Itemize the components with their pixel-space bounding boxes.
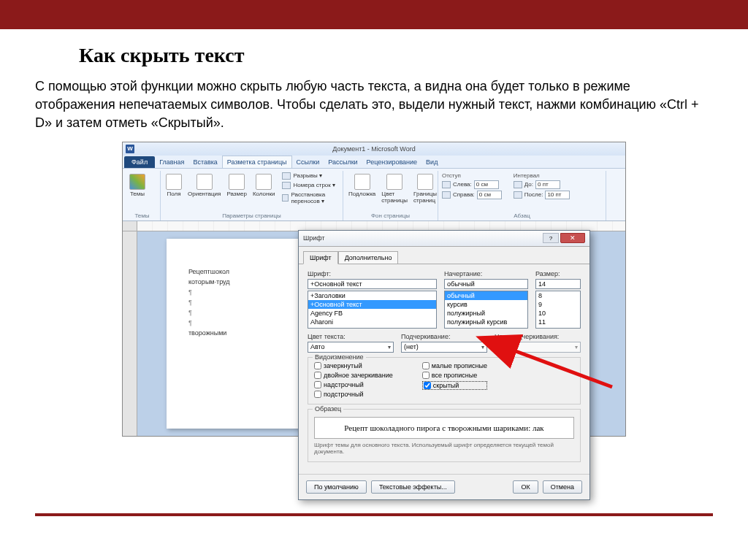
font-listbox[interactable]: +Заголовки +Основной текст Agency FB Aha…: [308, 291, 437, 329]
spacing-label: Интервал: [514, 172, 570, 179]
margins-button[interactable]: Поля: [164, 172, 183, 199]
slide-bottom-bar: [35, 513, 713, 516]
dialog-title-text: Шрифт: [303, 234, 325, 242]
underline-color-dropdown[interactable]: Авто: [495, 342, 581, 353]
style-input[interactable]: обычный: [444, 279, 528, 289]
preview-note: Шрифт темы для основного текста. Использ…: [314, 442, 574, 456]
page-bg-group-label: Фон страницы: [347, 211, 434, 219]
tab-page-layout[interactable]: Разметка страницы: [222, 156, 292, 168]
hyphenation-button[interactable]: Расстановка переносов ▾: [282, 191, 339, 204]
columns-icon: [256, 174, 272, 190]
underline-dropdown[interactable]: (нет): [401, 342, 487, 353]
size-input[interactable]: 14: [535, 279, 581, 289]
font-label: Шрифт:: [308, 270, 437, 277]
set-default-button[interactable]: По умолчанию: [306, 480, 367, 494]
small-caps-checkbox[interactable]: малые прописные: [422, 362, 487, 369]
watermark-icon: [354, 174, 370, 190]
tab-mailings[interactable]: Рассылки: [324, 156, 362, 168]
slide-title: Как скрыть текст: [35, 44, 713, 67]
font-color-dropdown[interactable]: Авто: [308, 342, 394, 353]
spacing-before-icon: [514, 181, 522, 188]
tab-home[interactable]: Главная: [155, 156, 188, 168]
word-window-title: Документ1 - Microsoft Word: [332, 145, 415, 153]
underline-label: Подчеркивание:: [401, 333, 487, 340]
size-listbox[interactable]: 8 9 10 11 12 14: [535, 291, 581, 329]
subscript-checkbox[interactable]: подстрочный: [314, 391, 393, 398]
ruler-vertical: [123, 231, 137, 436]
columns-button[interactable]: Колонки: [251, 172, 277, 199]
style-label: Начертание:: [444, 270, 528, 277]
underline-color-label: Цвет подчеркивания:: [495, 333, 581, 340]
spacing-before-input[interactable]: 0 пт: [535, 180, 560, 189]
spacing-after-input[interactable]: 10 пт: [545, 191, 570, 199]
dialog-tab-advanced[interactable]: Дополнительно: [338, 251, 399, 264]
page-borders-icon: [417, 174, 433, 190]
line-numbers-button[interactable]: Номера строк ▾: [282, 182, 339, 189]
themes-button[interactable]: Темы: [128, 172, 147, 199]
all-caps-checkbox[interactable]: все прописные: [422, 372, 487, 379]
breaks-icon: [282, 172, 291, 180]
page-color-icon: [386, 174, 402, 190]
spacing-after-icon: [514, 191, 522, 199]
indent-right-icon: [442, 191, 451, 199]
strike-checkbox[interactable]: зачеркнутый: [314, 362, 393, 369]
size-label: Размер:: [535, 270, 581, 277]
font-dialog: Шрифт ? ✕ Шрифт Дополнительно Шрифт: +Ос…: [298, 230, 590, 500]
text-effects-button[interactable]: Текстовые эффекты...: [371, 480, 455, 494]
indent-right-input[interactable]: 0 см: [477, 191, 502, 199]
tab-insert[interactable]: Вставка: [188, 156, 221, 168]
preview-legend: Образец: [313, 405, 343, 413]
orientation-icon: [196, 174, 213, 190]
dialog-close-button[interactable]: ✕: [560, 233, 585, 243]
slide-top-bar: [0, 0, 748, 29]
ribbon-body: Темы Темы Поля Ориентация Размер Колонки…: [123, 169, 625, 221]
paragraph-group-label: Абзац: [442, 211, 602, 219]
size-icon: [229, 174, 245, 190]
style-listbox[interactable]: обычный курсив полужирный полужирный кур…: [444, 291, 528, 329]
word-titlebar: W Документ1 - Microsoft Word: [123, 142, 625, 156]
page-setup-group-label: Параметры страницы: [164, 211, 339, 219]
themes-icon: [129, 174, 145, 190]
indent-label: Отступ: [442, 172, 502, 179]
tab-view[interactable]: Вид: [421, 156, 442, 168]
double-strike-checkbox[interactable]: двойное зачеркивание: [314, 372, 393, 379]
word-screenshot: W Документ1 - Microsoft Word Файл Главна…: [122, 142, 626, 437]
effects-legend: Видоизменение: [313, 353, 366, 361]
orientation-button[interactable]: Ориентация: [186, 172, 222, 199]
font-color-label: Цвет текста:: [308, 333, 394, 340]
word-app-icon: W: [126, 145, 134, 153]
cancel-button[interactable]: Отмена: [543, 480, 582, 494]
dialog-titlebar[interactable]: Шрифт ? ✕: [299, 231, 589, 247]
preview-box: Рецепт шоколадного пирога с творожными ш…: [314, 417, 574, 439]
size-button[interactable]: Размер: [225, 172, 248, 199]
indent-left-icon: [442, 181, 451, 188]
hyphenation-icon: [282, 194, 289, 202]
tab-review[interactable]: Рецензирование: [362, 156, 422, 168]
ok-button[interactable]: ОК: [513, 480, 538, 494]
page-borders-button[interactable]: Границы страниц: [412, 172, 438, 205]
tab-references[interactable]: Ссылки: [292, 156, 324, 168]
margins-icon: [166, 174, 182, 190]
slide-description: С помощью этой функции можно скрыть любу…: [35, 77, 713, 133]
page-color-button[interactable]: Цвет страницы: [380, 172, 409, 205]
tab-file[interactable]: Файл: [124, 156, 155, 168]
indent-left-input[interactable]: 0 см: [474, 180, 499, 189]
line-numbers-icon: [282, 182, 291, 189]
ribbon-tabs: Файл Главная Вставка Разметка страницы С…: [123, 156, 625, 169]
superscript-checkbox[interactable]: надстрочный: [314, 381, 393, 388]
watermark-button[interactable]: Подложка: [347, 172, 377, 199]
themes-group-label: Темы: [128, 211, 156, 219]
breaks-button[interactable]: Разрывы ▾: [282, 172, 339, 180]
font-input[interactable]: +Основной текст: [308, 279, 437, 289]
dialog-help-button[interactable]: ?: [543, 233, 559, 243]
dialog-tab-font[interactable]: Шрифт: [303, 251, 338, 264]
hidden-checkbox[interactable]: скрытый: [422, 381, 487, 390]
